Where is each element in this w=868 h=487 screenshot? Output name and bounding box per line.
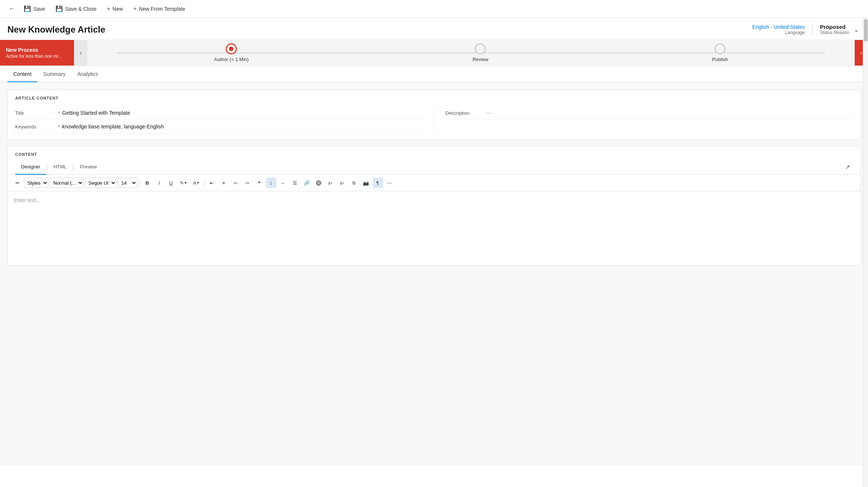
article-content-fields: Title * Getting Started with Template Ke… (8, 103, 860, 140)
bullet-list-button[interactable]: ≡ (219, 178, 229, 188)
editor-body[interactable]: Enter text... (8, 191, 860, 265)
font-color-button[interactable]: A ▼ (191, 178, 202, 188)
subscript-button[interactable]: x2 (337, 178, 347, 188)
step-label-author: Author (< 1 Min) (214, 57, 249, 62)
process-step-review: Review (472, 43, 488, 62)
language-value[interactable]: English - United States (752, 24, 805, 30)
new-template-icon: + (133, 6, 137, 12)
save-icon: 💾 (24, 5, 31, 12)
remove-link-button[interactable]: 🔘 (313, 178, 324, 188)
align-left-button[interactable]: ⇤ (207, 178, 217, 188)
process-sub: Active for less than one mi... (6, 54, 68, 59)
paragraph-select[interactable]: Normal (... (50, 178, 84, 188)
process-label: New Process Active for less than one mi.… (0, 40, 74, 66)
keywords-value[interactable]: knowledge base template, language-Englis… (62, 124, 164, 130)
title-label: Title (15, 110, 56, 116)
tab-summary[interactable]: Summary (37, 66, 71, 82)
description-value[interactable]: --- (486, 110, 491, 116)
more-tools-button[interactable]: ⋯ (384, 178, 395, 188)
editor-placeholder: Enter text... (14, 197, 40, 203)
step-circle-review[interactable] (475, 43, 486, 54)
scrollbar-track[interactable] (863, 18, 868, 466)
status-value: Proposed (820, 24, 849, 30)
styles-select[interactable]: Styles (24, 178, 48, 188)
save-button[interactable]: 💾 Save (19, 3, 50, 14)
status-info: Proposed Status Reason (820, 24, 849, 35)
save-close-icon: 💾 (55, 5, 63, 12)
title-value[interactable]: Getting Started with Template (62, 110, 130, 116)
header-right: English - United States Language Propose… (752, 24, 861, 35)
field-row-title: Title * Getting Started with Template (15, 106, 423, 120)
new-template-button[interactable]: + New From Template (129, 3, 189, 14)
status-section: Proposed Status Reason ⌄ (813, 24, 861, 35)
process-name: New Process (6, 47, 68, 53)
editor-toolbar: ✏ Styles Normal (... Segoe UI 14 B I U ✎… (8, 175, 860, 191)
description-label: Description (445, 110, 486, 116)
toolbar-divider-2 (204, 179, 205, 187)
right-col: Description --- (434, 106, 853, 134)
italic-button[interactable]: I (154, 178, 164, 188)
right-align-button[interactable]: ☰ (290, 178, 300, 188)
top-toolbar: ← 💾 Save 💾 Save & Close + New + New From… (0, 0, 868, 18)
insert-image-button[interactable]: 📷 (361, 178, 371, 188)
blockquote-button[interactable]: ❝ (254, 178, 265, 188)
new-button[interactable]: + New (102, 3, 127, 14)
font-select[interactable]: Segoe UI (85, 178, 117, 188)
underline-button[interactable]: U (166, 178, 176, 188)
step-circle-publish[interactable] (714, 43, 726, 54)
paragraph-marks-button[interactable]: ¶ (373, 178, 383, 188)
language-section: English - United States Language (752, 24, 813, 35)
outdent-button[interactable]: ⇦ (231, 178, 241, 188)
page-title: New Knowledge Article (7, 24, 105, 35)
insert-link-button[interactable]: 🔗 (302, 178, 312, 188)
left-col: Title * Getting Started with Template Ke… (15, 106, 434, 134)
save-close-button[interactable]: 💾 Save & Close (51, 3, 101, 14)
field-row-keywords: Keywords * knowledge base template, lang… (15, 120, 423, 134)
editor-tab-preview[interactable]: Preview (74, 159, 103, 175)
main-content: ARTICLE CONTENT Title * Getting Started … (0, 82, 868, 466)
process-step-publish: Publish (712, 43, 728, 62)
process-nav-left-button[interactable]: ‹ (74, 40, 87, 66)
editor-tab-designer[interactable]: Designer (15, 159, 46, 175)
article-content-title: ARTICLE CONTENT (8, 90, 860, 103)
expand-button[interactable]: ↗ (842, 161, 853, 174)
process-steps: Author (< 1 Min) Review Publish (87, 40, 855, 66)
step-label-review: Review (472, 57, 488, 62)
title-required: * (58, 110, 60, 116)
editor-section: CONTENT Designer | HTML | Preview ↗ ✏ St… (7, 146, 861, 266)
tab-analytics[interactable]: Analytics (71, 66, 104, 82)
superscript-button[interactable]: x2 (325, 178, 336, 188)
process-bar: New Process Active for less than one mi.… (0, 40, 868, 66)
status-chevron-button[interactable]: ⌄ (852, 24, 861, 35)
scrollbar-thumb[interactable] (864, 19, 868, 41)
toolbar-divider-1 (139, 179, 140, 187)
header-area: New Knowledge Article English - United S… (0, 18, 868, 40)
strikethrough-button[interactable]: S (349, 178, 359, 188)
size-select[interactable]: 14 (118, 178, 137, 188)
step-label-publish: Publish (712, 57, 728, 62)
step-circle-author[interactable] (226, 43, 237, 54)
process-step-author: Author (< 1 Min) (214, 43, 249, 62)
content-section-title: CONTENT (8, 146, 860, 159)
field-row-description: Description --- (445, 106, 853, 120)
status-label: Status Reason (820, 30, 849, 35)
editor-tabs: Designer | HTML | Preview ↗ (8, 159, 860, 175)
bold-button[interactable]: B (142, 178, 152, 188)
new-icon: + (107, 6, 110, 12)
align-buttons[interactable]: ↕ (266, 178, 276, 188)
editor-tab-html[interactable]: HTML (48, 159, 73, 175)
article-content-card: ARTICLE CONTENT Title * Getting Started … (7, 90, 861, 140)
keywords-required: * (58, 124, 60, 130)
language-label: Language (752, 30, 805, 35)
highlight-button[interactable]: ✎ ▼ (178, 178, 189, 188)
back-button[interactable]: ← (6, 3, 18, 15)
tab-content[interactable]: Content (7, 66, 37, 82)
keywords-label: Keywords (15, 124, 56, 130)
indent-button[interactable]: ⇨ (242, 178, 253, 188)
tabs-bar: Content Summary Analytics (0, 66, 868, 82)
center-button[interactable]: ↔ (278, 178, 288, 188)
eraser-tool[interactable]: ✏ (12, 178, 23, 188)
